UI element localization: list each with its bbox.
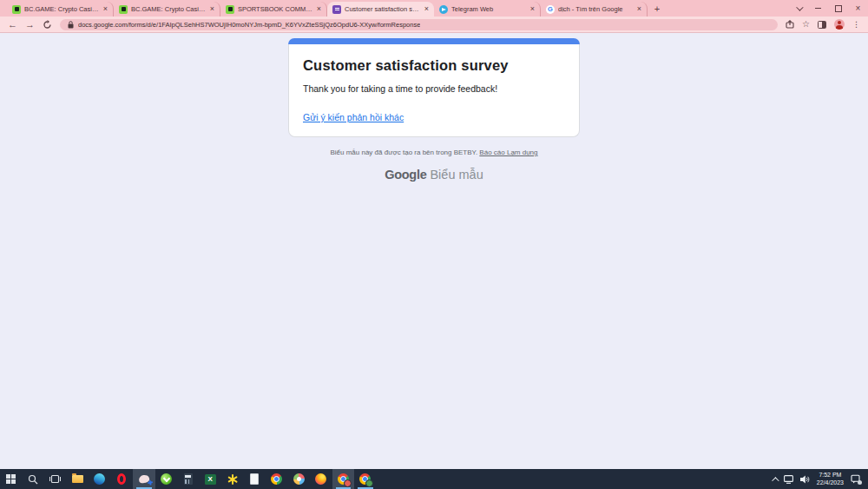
- confirmation-message: Thank you for taking a time to provide f…: [303, 83, 565, 94]
- bcgame-favicon-icon: [119, 5, 128, 14]
- firefox-button[interactable]: [310, 469, 332, 489]
- created-notice-text: Biểu mẫu này đã được tạo ra bên trong BE…: [330, 149, 477, 156]
- task-view-icon: [49, 474, 61, 484]
- reload-button[interactable]: [43, 20, 52, 30]
- address-bar[interactable]: docs.google.com/forms/d/e/1FAIpQLSehHS7W…: [60, 19, 778, 30]
- form-card: Customer satisfaction survey Thank you f…: [288, 38, 580, 137]
- bcgame-favicon-icon: [12, 5, 21, 14]
- url-text: docs.google.com/forms/d/e/1FAIpQLSehHS7W…: [78, 21, 420, 29]
- toolbar-actions: ☆ ⋮: [786, 17, 860, 32]
- chrome-profile-green-button[interactable]: [354, 469, 377, 489]
- excel-icon: [205, 474, 216, 485]
- close-tab-icon[interactable]: ×: [637, 5, 641, 13]
- tab-google-search[interactable]: dịch - Tìm trên Google ×: [541, 2, 648, 17]
- back-button[interactable]: ←: [8, 20, 17, 30]
- close-tab-icon[interactable]: ×: [317, 5, 321, 13]
- opera-button[interactable]: [111, 469, 134, 489]
- task-view-button[interactable]: [44, 469, 67, 489]
- tab-label: Customer satisfaction survey: [345, 5, 421, 13]
- profile-avatar[interactable]: [834, 19, 845, 30]
- close-window-button[interactable]: ×: [848, 0, 868, 17]
- side-panel-icon[interactable]: [818, 21, 826, 29]
- notepad-icon: [250, 473, 259, 485]
- bookmark-star-icon[interactable]: ☆: [802, 20, 810, 29]
- edge-icon: [94, 473, 105, 485]
- screen: BC.GAME: Crypto Casino Games × BC.GAME: …: [0, 0, 868, 489]
- idm-button[interactable]: [155, 469, 178, 489]
- window-controls: ×: [788, 0, 868, 17]
- google-favicon-icon: [546, 5, 555, 14]
- close-tab-icon[interactable]: ×: [210, 5, 214, 13]
- chrome-icon: [271, 473, 282, 485]
- search-icon: [28, 474, 38, 485]
- calculator-button[interactable]: [177, 469, 200, 489]
- browser-tab-strip: BC.GAME: Crypto Casino Games × BC.GAME: …: [0, 0, 868, 17]
- form-title: Customer satisfaction survey: [303, 57, 565, 74]
- pink-app-icon: [138, 474, 150, 484]
- restore-button[interactable]: [828, 0, 848, 17]
- tab-sportsbook[interactable]: SPORTSBOOK COMMUNITY SUR ×: [220, 2, 327, 17]
- download-manager-icon: [161, 473, 172, 485]
- tab-label: Telegram Web: [451, 5, 527, 13]
- tab-customer-survey[interactable]: Customer satisfaction survey ×: [327, 2, 434, 17]
- google-wordmark: Google: [385, 168, 426, 182]
- tab-label: BC.GAME: Crypto Casino Games: [24, 5, 100, 13]
- tab-bcgame-1[interactable]: BC.GAME: Crypto Casino Games ×: [7, 2, 114, 17]
- form-footer-notice: Biểu mẫu này đã được tạo ra bên trong BE…: [330, 149, 537, 156]
- share-icon[interactable]: [786, 17, 794, 32]
- windows-taskbar: 7:52 PM 22/4/2023: [0, 469, 868, 489]
- browser-toolbar: ← → docs.google.com/forms/d/e/1FAIpQLSeh…: [0, 17, 868, 33]
- profile-badge-red: [344, 479, 352, 487]
- chrome-button[interactable]: [266, 469, 288, 489]
- new-tab-button[interactable]: +: [648, 3, 667, 14]
- folder-icon: [72, 475, 83, 483]
- chrome-profile-red-button[interactable]: [332, 469, 355, 489]
- google-forms-favicon-icon: [332, 5, 341, 14]
- settings-app-button[interactable]: [221, 469, 244, 489]
- windows-logo-icon: [6, 474, 16, 484]
- close-tab-icon[interactable]: ×: [424, 5, 429, 13]
- opera-icon: [117, 473, 126, 485]
- minimize-button[interactable]: [808, 0, 828, 17]
- edge-button[interactable]: [89, 469, 111, 489]
- paint-button[interactable]: [288, 469, 311, 489]
- clock-date: 22/4/2023: [817, 479, 844, 487]
- menu-dots-icon[interactable]: ⋮: [852, 21, 860, 29]
- forward-button[interactable]: →: [25, 20, 35, 30]
- tab-label: SPORTSBOOK COMMUNITY SUR: [238, 5, 313, 13]
- pink-app-button[interactable]: [133, 469, 155, 489]
- system-tray: 7:52 PM 22/4/2023: [764, 469, 868, 489]
- form-card-body: Customer satisfaction survey Thank you f…: [288, 44, 580, 137]
- calculator-icon: [184, 473, 193, 485]
- close-tab-icon[interactable]: ×: [530, 5, 535, 13]
- close-tab-icon[interactable]: ×: [103, 5, 108, 13]
- report-abuse-link[interactable]: Báo cáo Lạm dụng: [479, 149, 537, 156]
- lock-icon: [68, 21, 74, 29]
- google-forms-brand: Google Biểu mẫu: [385, 168, 483, 182]
- submit-another-response-link[interactable]: Gửi ý kiến phản hồi khác: [303, 112, 404, 122]
- firefox-icon: [315, 473, 326, 485]
- volume-icon[interactable]: [800, 472, 810, 487]
- profile-badge-green: [365, 479, 373, 487]
- tab-label: BC.GAME: Crypto Casino Games: [131, 5, 207, 13]
- tab-search-chevron-icon[interactable]: [788, 0, 808, 17]
- taskbar-search-button[interactable]: [23, 469, 45, 489]
- form-response-page: Customer satisfaction survey Thank you f…: [0, 33, 868, 469]
- form-accent-bar: [288, 38, 580, 44]
- hidden-icons-chevron-icon[interactable]: [772, 477, 779, 484]
- start-button[interactable]: [0, 469, 23, 489]
- taskbar-clock[interactable]: 7:52 PM 22/4/2023: [817, 472, 844, 486]
- notification-badge: [858, 480, 862, 485]
- notepad-button[interactable]: [244, 469, 266, 489]
- gear-icon: [232, 474, 233, 485]
- network-icon[interactable]: [784, 472, 793, 487]
- tab-bcgame-2[interactable]: BC.GAME: Crypto Casino Games ×: [114, 2, 220, 17]
- forms-wordmark: Biểu mẫu: [430, 168, 483, 182]
- clock-time: 7:52 PM: [817, 472, 844, 479]
- excel-button[interactable]: [200, 469, 222, 489]
- file-explorer-button[interactable]: [67, 469, 89, 489]
- paint-icon: [293, 473, 305, 485]
- tab-telegram[interactable]: Telegram Web ×: [434, 2, 541, 17]
- tab-label: dịch - Tìm trên Google: [558, 5, 634, 13]
- action-center-button[interactable]: [851, 474, 860, 484]
